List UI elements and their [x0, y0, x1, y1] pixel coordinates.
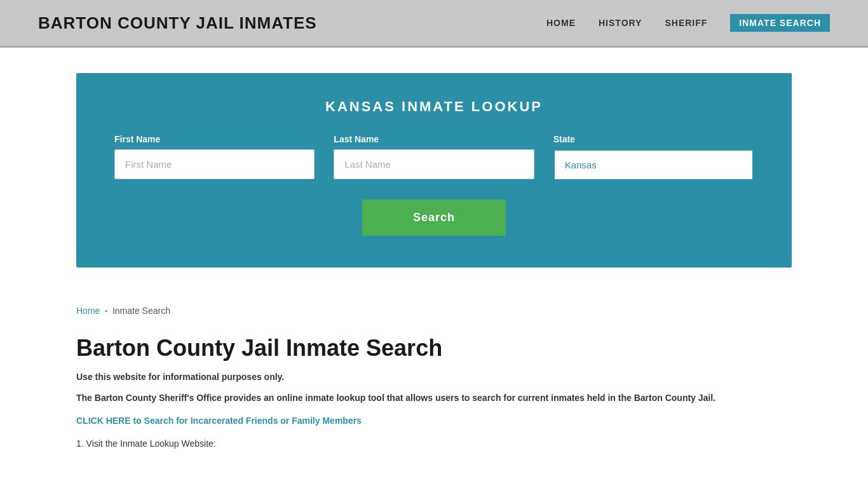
visit-text: 1. Visit the Inmate Lookup Website:: [76, 438, 792, 449]
first-name-group: First Name: [114, 134, 315, 180]
nav-sheriff[interactable]: SHERIFF: [665, 18, 707, 28]
first-name-label: First Name: [114, 134, 315, 144]
breadcrumb: Home • Inmate Search: [0, 293, 868, 322]
state-group: State: [553, 134, 754, 180]
nav-home[interactable]: HOME: [546, 18, 576, 28]
last-name-group: Last Name: [334, 134, 534, 180]
search-fields: First Name Last Name State: [114, 134, 754, 180]
breadcrumb-separator: •: [105, 308, 107, 315]
site-header: BARTON COUNTY JAIL INMATES HOME HISTORY …: [0, 0, 868, 48]
main-nav: HOME HISTORY SHERIFF INMATE SEARCH: [546, 14, 830, 32]
search-btn-row: Search: [114, 200, 754, 236]
nav-inmate-search[interactable]: INMATE SEARCH: [730, 14, 830, 32]
search-panel: KANSAS INMATE LOOKUP First Name Last Nam…: [76, 73, 792, 268]
nav-history[interactable]: HISTORY: [599, 18, 642, 28]
search-button[interactable]: Search: [362, 200, 506, 236]
info-bold: Use this website for informational purpo…: [76, 372, 792, 382]
first-name-input[interactable]: [114, 149, 315, 179]
last-name-input[interactable]: [334, 149, 534, 179]
state-label: State: [553, 134, 754, 144]
main-content: Barton County Jail Inmate Search Use thi…: [0, 322, 868, 474]
site-title: BARTON COUNTY JAIL INMATES: [38, 13, 317, 33]
state-input[interactable]: [553, 149, 754, 180]
last-name-label: Last Name: [334, 134, 534, 144]
info-para: The Barton County Sheriff's Office provi…: [76, 391, 792, 405]
click-here-link[interactable]: CLICK HERE to Search for Incarcerated Fr…: [76, 416, 362, 426]
breadcrumb-current: Inmate Search: [112, 306, 170, 316]
search-panel-title: KANSAS INMATE LOOKUP: [114, 98, 754, 115]
page-title: Barton County Jail Inmate Search: [76, 335, 792, 362]
breadcrumb-home[interactable]: Home: [76, 306, 100, 316]
